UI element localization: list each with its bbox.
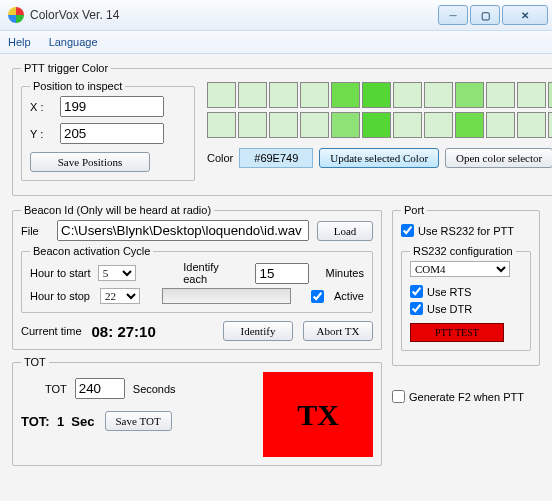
color-value: #69E749 [239,148,313,168]
color-swatch[interactable] [548,112,552,138]
use-rs232-checkbox[interactable] [401,224,414,237]
cycle-group: Beacon activation Cycle Hour to start 5 … [21,245,373,313]
tot-legend: TOT [21,356,49,368]
tx-indicator: TX [263,372,373,457]
color-swatch[interactable] [207,82,236,108]
seconds-label: Seconds [133,383,176,395]
hour-stop-label: Hour to stop [30,290,94,302]
identify-each-label: Identify each [183,261,243,285]
color-swatch[interactable] [238,112,267,138]
file-label: File [21,225,49,237]
color-swatch[interactable] [517,82,546,108]
minutes-label: Minutes [325,267,364,279]
x-input[interactable] [60,96,164,117]
x-label: X : [30,101,52,113]
color-swatch[interactable] [548,82,552,108]
generate-f2-label: Generate F2 when PTT [409,391,524,403]
color-swatch[interactable] [300,112,329,138]
titlebar: ColorVox Ver. 14 ─ ▢ ✕ [0,0,552,30]
tot-label: TOT [45,383,67,395]
port-legend: Port [401,204,427,216]
cycle-legend: Beacon activation Cycle [30,245,153,257]
port-group: Port Use RS232 for PTT RS232 configurati… [392,204,540,366]
color-swatch[interactable] [238,82,267,108]
ptt-group: PTT trigger Color Position to inspect X … [12,62,552,196]
color-swatch[interactable] [331,82,360,108]
save-tot-button[interactable]: Save TOT [105,411,172,431]
color-swatch[interactable] [269,112,298,138]
save-positions-button[interactable]: Save Positions [30,152,150,172]
color-swatch[interactable] [455,82,484,108]
tot-input[interactable] [75,378,125,399]
open-color-selector-button[interactable]: Open color selector [445,148,552,168]
cycle-progress [162,288,291,304]
color-swatch[interactable] [331,112,360,138]
color-swatch[interactable] [300,82,329,108]
color-label: Color [207,152,233,164]
menu-language[interactable]: Language [49,36,98,48]
menubar: Help Language [0,30,552,54]
color-swatch[interactable] [486,82,515,108]
active-label: Active [334,290,364,302]
hour-start-select[interactable]: 5 [98,265,137,281]
beacon-group: Beacon Id (Only will be heard at radio) … [12,204,382,350]
color-swatch[interactable] [362,112,391,138]
hour-start-label: Hour to start [30,267,92,279]
active-checkbox[interactable] [311,290,324,303]
ptt-legend: PTT trigger Color [21,62,111,74]
color-swatch[interactable] [424,82,453,108]
minimize-button[interactable]: ─ [438,5,468,25]
use-dtr-checkbox[interactable] [410,302,423,315]
position-legend: Position to inspect [30,80,125,92]
window-title: ColorVox Ver. 14 [30,8,438,22]
color-swatch[interactable] [393,112,422,138]
color-swatch[interactable] [207,112,236,138]
app-icon [8,7,24,23]
ptt-test-button[interactable]: PTT TEST [410,323,504,342]
rs232-config-legend: RS232 configuration [410,245,516,257]
close-button[interactable]: ✕ [502,5,548,25]
maximize-button[interactable]: ▢ [470,5,500,25]
abort-tx-button[interactable]: Abort TX [303,321,373,341]
color-swatch[interactable] [486,112,515,138]
use-dtr-label: Use DTR [427,303,472,315]
tx-text: TX [297,398,339,432]
y-label: Y : [30,128,52,140]
beacon-legend: Beacon Id (Only will be heard at radio) [21,204,214,216]
use-rs232-label: Use RS232 for PTT [418,225,514,237]
file-input[interactable] [57,220,309,241]
color-swatches [207,82,552,138]
identify-button[interactable]: Identify [223,321,293,341]
color-swatch[interactable] [517,112,546,138]
use-rts-label: Use RTS [427,286,471,298]
com-select[interactable]: COM4 [410,261,510,277]
current-time: 08: 27:10 [92,323,156,340]
color-swatch[interactable] [455,112,484,138]
position-group: Position to inspect X : Y : Save Positio… [21,80,195,181]
hour-stop-select[interactable]: 22 [100,288,140,304]
identify-each-input[interactable] [255,263,309,284]
color-swatch[interactable] [269,82,298,108]
rs232-config-group: RS232 configuration COM4 Use RTS Use DTR… [401,245,531,351]
update-color-button[interactable]: Update selected Color [319,148,439,168]
tot-counter: TOT: 1 Sec [21,414,95,429]
tot-group: TOT TOT Seconds TOT: 1 Sec [12,356,382,466]
y-input[interactable] [60,123,164,144]
menu-help[interactable]: Help [8,36,31,48]
use-rts-checkbox[interactable] [410,285,423,298]
load-button[interactable]: Load [317,221,373,241]
current-time-label: Current time [21,325,82,337]
generate-f2-checkbox[interactable] [392,390,405,403]
color-swatch[interactable] [362,82,391,108]
color-swatch[interactable] [424,112,453,138]
color-swatch[interactable] [393,82,422,108]
